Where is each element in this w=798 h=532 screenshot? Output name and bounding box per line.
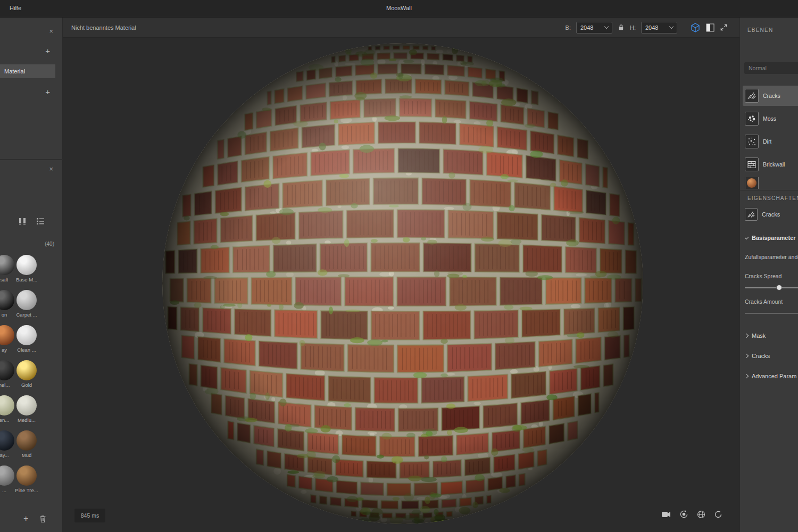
selected-layer-name: Cracks [762, 211, 780, 218]
chevron-down-icon [745, 235, 749, 239]
material-label: Gold [21, 382, 32, 388]
cracks-layer-icon [745, 208, 758, 221]
close-icon[interactable]: × [49, 166, 53, 172]
material-label: ... [2, 487, 6, 493]
layer-item-cracks[interactable]: Cracks [743, 86, 798, 106]
library-material[interactable]: salt [0, 255, 15, 290]
material-thumb [16, 360, 37, 380]
library-material[interactable]: on [0, 290, 15, 325]
material-label: ay... [0, 452, 9, 458]
material-list-item[interactable]: Material [0, 64, 55, 78]
fullscreen-icon[interactable] [720, 23, 728, 31]
turntable-icon[interactable] [679, 510, 688, 521]
layer-item-moss[interactable]: Moss [743, 109, 798, 129]
view-3d-cube-icon[interactable] [690, 22, 701, 33]
panel-divider [740, 190, 798, 190]
environment-icon[interactable] [697, 510, 705, 521]
library-material[interactable]: Pine Tre... [15, 466, 38, 501]
library-material[interactable]: en... [0, 395, 15, 430]
blend-mode-value: Normal [749, 65, 767, 71]
layer-name: Brickwall [763, 161, 785, 168]
chevron-right-icon [745, 334, 749, 338]
trash-icon[interactable] [39, 515, 46, 525]
library-count: (40) [45, 241, 54, 247]
library-material[interactable]: Base M... [15, 255, 38, 290]
camera-icon[interactable] [661, 511, 671, 520]
blend-mode-dropdown[interactable]: Normal [744, 62, 798, 74]
list-view-icon[interactable] [36, 218, 45, 227]
split-view-icon[interactable] [706, 23, 714, 32]
application-window: { "colors": { "accent_blue": "#3e8de8", … [0, 0, 798, 532]
material-thumb [16, 395, 37, 415]
section-basisparameter[interactable]: Basisparameter [745, 235, 798, 241]
chevron-right-icon [745, 354, 749, 358]
material-thumb [16, 255, 37, 275]
layer-item-dirt[interactable]: Dirt [743, 131, 798, 152]
viewport-3d[interactable]: Nicht benanntes Material B: 2048 H: 2048 [63, 18, 739, 532]
material-thumb [0, 466, 14, 486]
close-icon[interactable]: × [49, 28, 53, 35]
cracks-amount-slider[interactable] [745, 310, 798, 317]
material-label: ay [2, 347, 7, 353]
material-label: nel... [0, 382, 10, 388]
slider-track [745, 313, 798, 314]
slider-track [745, 287, 798, 288]
material-thumb [16, 325, 37, 345]
section-cracks[interactable]: Cracks [745, 353, 798, 359]
material-preview-sphere[interactable] [161, 41, 645, 526]
library-material[interactable]: Mud [15, 430, 38, 466]
add-button[interactable]: + [45, 88, 50, 96]
viewport-toolbar [661, 510, 722, 521]
library-footer: + [0, 514, 63, 527]
material-thumb [16, 466, 37, 486]
material-thumb [0, 360, 14, 380]
material-label: Clean ... [17, 347, 36, 353]
layer-item-base[interactable] [743, 177, 798, 189]
randomize-seed-button[interactable]: Zufallsparameter ändern [745, 254, 798, 260]
height-dropdown[interactable]: 2048 [641, 22, 677, 34]
library-material[interactable]: ... [0, 466, 15, 501]
section-label: Mask [752, 332, 766, 339]
rotate-view-icon[interactable] [714, 510, 722, 521]
material-label: Mediu... [18, 417, 36, 423]
library-material[interactable]: Carpet ... [15, 290, 38, 325]
library-material[interactable]: ay... [0, 430, 15, 466]
material-thumb [0, 430, 14, 451]
chevron-right-icon [745, 374, 749, 378]
cracks-amount-label: Cracks Amount [745, 298, 783, 305]
material-library-grid: salt Base M... on Carpet ... ay Clean ..… [0, 255, 63, 501]
material-name-label: Nicht benanntes Material [71, 24, 136, 31]
section-label: Cracks [752, 353, 770, 359]
dirt-layer-icon [745, 135, 759, 148]
layer-name: Dirt [763, 138, 771, 145]
width-dropdown[interactable]: 2048 [576, 22, 612, 34]
library-material[interactable]: Mediu... [15, 395, 38, 430]
cracks-spread-slider[interactable] [745, 285, 798, 291]
chevron-down-icon [669, 24, 674, 29]
brickwall-layer-icon [745, 157, 759, 171]
materials-list-panel: × + Material + [0, 18, 63, 159]
lock-aspect-icon[interactable] [618, 24, 625, 31]
width-value: 2048 [580, 24, 605, 31]
library-material[interactable]: ay [0, 325, 15, 360]
layer-item-brickwall[interactable]: Brickwall [743, 154, 798, 174]
layers-panel-title: EBENEN [747, 27, 773, 33]
layer-name: Moss [763, 115, 776, 122]
cracks-spread-label: Cracks Spread [745, 273, 782, 279]
height-label: H: [630, 24, 636, 31]
app-title: MoosWall [0, 5, 798, 11]
library-material[interactable]: Gold [15, 360, 38, 395]
material-label: Carpet ... [16, 312, 37, 318]
material-label: on [2, 312, 7, 318]
library-material[interactable]: nel... [0, 360, 15, 395]
layer-name: Cracks [763, 93, 780, 99]
section-mask[interactable]: Mask [745, 332, 798, 339]
add-to-library-button[interactable]: + [23, 514, 28, 523]
library-panel: × (40) salt Base M... on Carpet ... ay C… [0, 160, 63, 532]
section-advanced-parameters[interactable]: Advanced Param [745, 373, 798, 379]
thumbnail-view-icon[interactable] [18, 218, 27, 227]
library-material[interactable]: Clean ... [15, 325, 38, 360]
material-thumb [16, 430, 37, 451]
cracks-spread-knob[interactable] [776, 285, 782, 290]
add-material-button[interactable]: + [45, 47, 50, 55]
